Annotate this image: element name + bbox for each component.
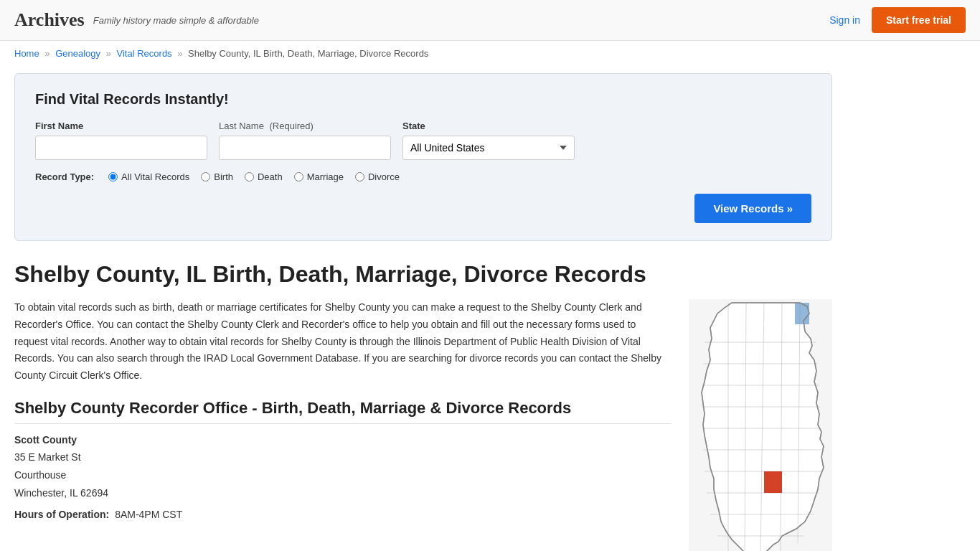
sign-in-link[interactable]: Sign in (829, 14, 860, 26)
radio-death-input[interactable] (245, 172, 254, 182)
first-name-input[interactable] (35, 136, 207, 160)
radio-divorce[interactable]: Divorce (355, 171, 400, 182)
office-info: Scott County 35 E Market St Courthouse W… (14, 434, 672, 520)
breadcrumb: Home » Genealogy » Vital Records » Shelb… (0, 41, 980, 66)
office-address-line3: Winchester, IL 62694 (14, 487, 108, 499)
hours-label: Hours of Operation: (14, 509, 109, 520)
state-group: State All United States (402, 121, 575, 160)
recorder-office-heading: Shelby County Recorder Office - Birth, D… (14, 399, 672, 424)
radio-marriage-input[interactable] (294, 172, 303, 182)
content-text: To obtain vital records such as birth, d… (14, 299, 672, 551)
page-title: Shelby County, IL Birth, Death, Marriage… (14, 261, 832, 288)
state-label: State (402, 121, 575, 131)
radio-divorce-input[interactable] (355, 172, 364, 182)
view-records-button[interactable]: View Records » (694, 194, 811, 223)
start-trial-button[interactable]: Start free trial (872, 7, 966, 33)
illinois-map (689, 299, 832, 551)
site-header: Archives Family history made simple & af… (0, 0, 980, 41)
form-fields: First Name Last Name (Required) State Al… (35, 121, 811, 160)
breadcrumb-current: Shelby County, IL Birth, Death, Marriage… (188, 48, 428, 59)
breadcrumb-vital-records[interactable]: Vital Records (117, 48, 172, 59)
svg-rect-17 (764, 471, 782, 493)
content-area: To obtain vital records such as birth, d… (14, 299, 832, 551)
last-name-label: Last Name (Required) (219, 121, 391, 131)
site-tagline: Family history made simple & affordable (93, 15, 259, 26)
radio-birth-input[interactable] (201, 172, 210, 182)
breadcrumb-genealogy[interactable]: Genealogy (55, 48, 100, 59)
radio-birth[interactable]: Birth (201, 171, 233, 182)
record-type-row: Record Type: All Vital Records Birth Dea… (35, 171, 811, 182)
header-right: Sign in Start free trial (829, 7, 966, 33)
office-address: 35 E Market St Courthouse Winchester, IL… (14, 448, 672, 503)
site-logo: Archives (14, 9, 85, 31)
first-name-group: First Name (35, 121, 207, 160)
breadcrumb-home[interactable]: Home (14, 48, 39, 59)
state-select[interactable]: All United States (402, 136, 575, 160)
radio-all-vital-input[interactable] (108, 172, 118, 182)
search-heading: Find Vital Records Instantly! (35, 91, 811, 108)
header-left: Archives Family history made simple & af… (14, 9, 259, 31)
radio-all-vital[interactable]: All Vital Records (108, 171, 189, 182)
office-name: Scott County (14, 434, 672, 446)
record-type-label: Record Type: (35, 171, 94, 182)
office-address-line1: 35 E Market St (14, 451, 81, 463)
radio-marriage[interactable]: Marriage (294, 171, 344, 182)
search-box: Find Vital Records Instantly! First Name… (14, 73, 832, 241)
radio-death[interactable]: Death (245, 171, 283, 182)
office-address-line2: Courthouse (14, 469, 66, 481)
map-container (689, 299, 832, 551)
last-name-input[interactable] (219, 136, 391, 160)
first-name-label: First Name (35, 121, 207, 131)
record-type-radio-group: All Vital Records Birth Death Marriage D… (108, 171, 400, 182)
page-description: To obtain vital records such as birth, d… (14, 299, 672, 385)
hours-value: 8AM-4PM CST (115, 509, 182, 520)
last-name-required: (Required) (270, 121, 314, 131)
last-name-group: Last Name (Required) (219, 121, 391, 160)
main-content: Find Vital Records Instantly! First Name… (0, 66, 847, 551)
